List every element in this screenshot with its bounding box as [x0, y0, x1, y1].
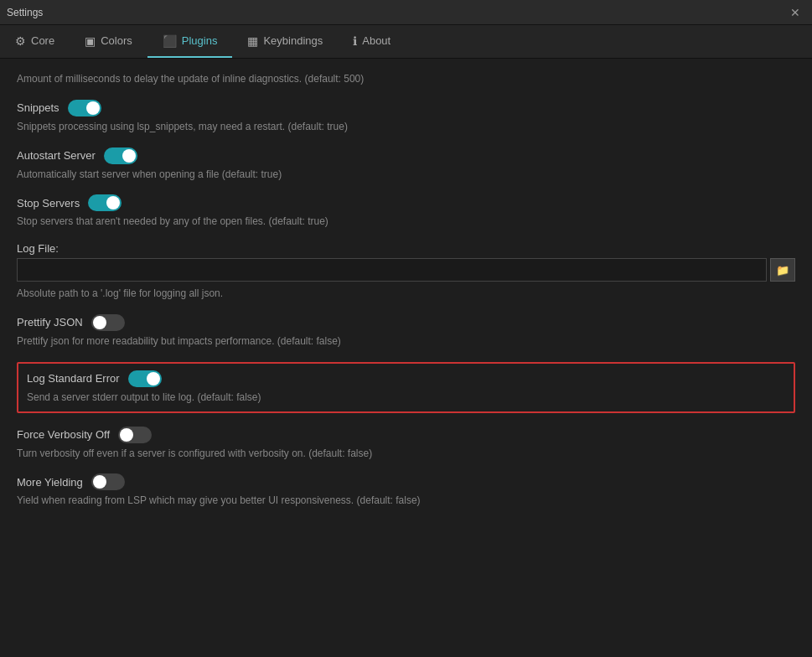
log-file-browse-button[interactable]: 📁 — [770, 258, 795, 282]
core-icon: ⚙ — [15, 34, 26, 48]
inline-diagnostics-group: Amount of milliseconds to delay the upda… — [17, 72, 795, 86]
inline-diagnostics-desc: Amount of milliseconds to delay the upda… — [17, 72, 795, 86]
colors-icon: ▣ — [85, 34, 96, 48]
log-standard-error-header: Log Standard Error — [27, 370, 785, 387]
window-title: Settings — [7, 7, 43, 18]
tab-core-label: Core — [31, 34, 54, 47]
tab-core[interactable]: ⚙ Core — [0, 25, 70, 58]
settings-content: Amount of milliseconds to delay the upda… — [0, 59, 812, 657]
title-bar: Settings ✕ — [0, 0, 812, 25]
stop-servers-header: Stop Servers — [17, 194, 795, 211]
log-file-desc: Absolute path to a '.log' file for loggi… — [17, 287, 795, 301]
force-verbosity-off-label: Force Verbosity Off — [17, 428, 110, 441]
autostart-server-label: Autostart Server — [17, 149, 96, 162]
stop-servers-toggle-knob — [106, 196, 120, 210]
prettify-json-toggle[interactable] — [91, 314, 125, 331]
prettify-json-toggle-knob — [93, 316, 106, 329]
log-file-group: Log File: 📁 Absolute path to a '.log' fi… — [17, 242, 795, 301]
autostart-server-group: Autostart Server Automatically start ser… — [17, 147, 795, 182]
more-yielding-toggle[interactable] — [91, 473, 125, 490]
tab-colors-label: Colors — [101, 34, 132, 47]
close-button[interactable]: ✕ — [785, 5, 805, 20]
log-file-label: Log File: — [17, 242, 59, 255]
tab-keybindings-label: Keybindings — [263, 34, 323, 47]
snippets-label: Snippets — [17, 101, 59, 114]
log-file-header: Log File: — [17, 242, 795, 255]
log-standard-error-group: Log Standard Error Send a server stderr … — [17, 362, 795, 413]
more-yielding-toggle-knob — [93, 475, 106, 489]
log-file-input-row: 📁 — [17, 258, 795, 282]
stop-servers-desc: Stop servers that aren't needed by any o… — [17, 215, 795, 229]
autostart-server-toggle-knob — [122, 149, 136, 163]
prettify-json-label: Prettify JSON — [17, 316, 83, 328]
prettify-json-header: Prettify JSON — [17, 314, 795, 331]
log-file-input[interactable] — [17, 258, 767, 282]
log-standard-error-desc: Send a server stderr output to lite log.… — [27, 391, 785, 405]
more-yielding-header: More Yielding — [17, 473, 795, 490]
keybindings-icon: ▦ — [247, 34, 258, 48]
force-verbosity-off-desc: Turn verbosity off even if a server is c… — [17, 447, 795, 461]
snippets-toggle-knob — [86, 101, 100, 115]
stop-servers-group: Stop Servers Stop servers that aren't ne… — [17, 194, 795, 229]
tab-colors[interactable]: ▣ Colors — [70, 25, 147, 58]
force-verbosity-off-toggle-knob — [120, 428, 133, 442]
tab-plugins[interactable]: ⬛ Plugins — [147, 25, 233, 58]
more-yielding-label: More Yielding — [17, 476, 83, 489]
more-yielding-desc: Yield when reading from LSP which may gi… — [17, 494, 795, 508]
log-standard-error-toggle[interactable] — [128, 370, 162, 387]
snippets-toggle[interactable] — [68, 100, 101, 116]
prettify-json-group: Prettify JSON Prettify json for more rea… — [17, 314, 795, 349]
snippets-desc: Snippets processing using lsp_snippets, … — [17, 120, 795, 134]
stop-servers-toggle[interactable] — [88, 194, 122, 211]
autostart-server-toggle[interactable] — [104, 147, 137, 164]
more-yielding-group: More Yielding Yield when reading from LS… — [17, 473, 795, 508]
log-standard-error-label: Log Standard Error — [27, 372, 120, 385]
prettify-json-desc: Prettify json for more readability but i… — [17, 334, 795, 349]
snippets-header: Snippets — [17, 100, 795, 116]
force-verbosity-off-header: Force Verbosity Off — [17, 427, 795, 443]
force-verbosity-off-toggle[interactable] — [118, 427, 152, 443]
tab-bar: ⚙ Core ▣ Colors ⬛ Plugins ▦ Keybindings … — [0, 25, 812, 59]
autostart-server-desc: Automatically start server when opening … — [17, 168, 795, 182]
about-icon: ℹ — [353, 34, 357, 48]
stop-servers-label: Stop Servers — [17, 197, 80, 210]
tab-keybindings[interactable]: ▦ Keybindings — [232, 25, 338, 58]
tab-plugins-label: Plugins — [182, 34, 218, 47]
log-standard-error-toggle-knob — [147, 372, 160, 385]
tab-about-label: About — [362, 34, 390, 47]
force-verbosity-off-group: Force Verbosity Off Turn verbosity off e… — [17, 427, 795, 461]
plugins-icon: ⬛ — [163, 34, 177, 48]
autostart-server-header: Autostart Server — [17, 147, 795, 164]
tab-about[interactable]: ℹ About — [338, 25, 406, 58]
snippets-group: Snippets Snippets processing using lsp_s… — [17, 100, 795, 134]
